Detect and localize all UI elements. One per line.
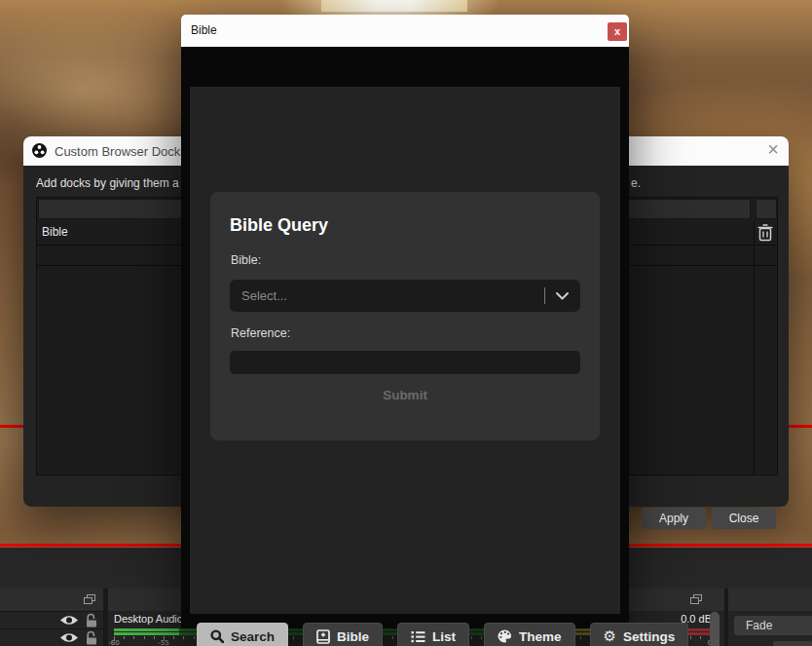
db-scale-label: -60 <box>108 639 119 646</box>
obs-screen: Desktop Audio 0.0 dB -60-55-50-45-40-35-… <box>0 0 812 646</box>
lock-open-icon[interactable] <box>85 630 98 645</box>
bible-query-heading: Bible Query <box>230 215 328 236</box>
submit-button[interactable]: Submit <box>210 388 600 402</box>
select-separator <box>544 287 545 304</box>
bible-window-titlebar[interactable]: Bible x <box>181 15 629 47</box>
db-scale-label: -55 <box>158 639 168 646</box>
dialog-title: Custom Browser Docks <box>55 144 187 159</box>
search-tab-button[interactable]: Search <box>197 623 288 646</box>
bible-toolbar: Search Bible List <box>197 623 688 646</box>
search-icon <box>210 629 224 643</box>
db-tick <box>690 636 691 639</box>
mixer-scrollbar[interactable] <box>710 612 720 646</box>
bible-select-placeholder: Select... <box>241 288 287 303</box>
transition-select[interactable]: Fade <box>734 616 812 635</box>
settings-gear-icon: ⚙ <box>604 629 616 643</box>
dialog-instruction-right: e. <box>631 176 641 190</box>
dialog-instruction-left: Add docks by giving them a nam <box>36 176 204 190</box>
transitions-panel-header <box>728 589 812 611</box>
db-tick <box>173 636 174 639</box>
bible-window-title: Bible <box>191 23 217 37</box>
mixer-source-name: Desktop Audio <box>114 613 183 625</box>
db-tick <box>133 636 134 639</box>
popout-icon[interactable] <box>690 594 703 605</box>
db-tick <box>144 636 145 639</box>
bible-icon <box>316 629 330 644</box>
sources-panel-header <box>0 589 103 611</box>
bible-select-dropdown[interactable]: Select... <box>230 280 580 312</box>
theme-palette-icon <box>498 629 512 643</box>
bible-window: Bible x Bible Query Bible: Select... Ref… <box>181 15 629 628</box>
db-tick <box>183 636 184 639</box>
sources-list <box>0 611 103 646</box>
list-icon <box>411 630 425 643</box>
source-row[interactable] <box>0 611 103 628</box>
column-divider <box>754 220 755 475</box>
dialog-close-icon[interactable]: × <box>767 138 779 161</box>
meter-segment <box>114 632 179 635</box>
bible-query-card: Bible Query Bible: Select... Reference: … <box>210 192 600 440</box>
dock-row-name[interactable]: Bible <box>42 225 68 239</box>
settings-tab-button[interactable]: ⚙ Settings <box>590 623 689 646</box>
db-tick <box>700 636 701 639</box>
reference-input[interactable] <box>230 351 580 374</box>
meter-segment <box>114 628 179 631</box>
scene-sun-glow <box>321 0 467 12</box>
obs-logo-icon <box>32 143 47 158</box>
bible-window-close-button[interactable]: x <box>608 22 627 41</box>
delete-dock-trash-icon[interactable] <box>757 223 774 242</box>
db-tick <box>194 636 195 639</box>
visibility-eye-icon[interactable] <box>59 614 79 627</box>
db-tick <box>154 636 155 639</box>
reference-field-label: Reference: <box>231 326 290 340</box>
apply-button[interactable]: Apply <box>642 508 706 529</box>
theme-tab-button[interactable]: Theme <box>484 623 575 646</box>
new-dock-delete-cell <box>756 199 777 219</box>
close-button[interactable]: Close <box>712 508 776 529</box>
db-tick <box>124 636 125 639</box>
bible-field-label: Bible: <box>231 253 261 267</box>
source-row[interactable] <box>0 628 103 646</box>
list-tab-button[interactable]: List <box>397 623 469 646</box>
popout-icon[interactable] <box>84 594 96 605</box>
transition-duration-field[interactable] <box>773 641 812 646</box>
visibility-eye-icon[interactable] <box>59 631 79 644</box>
bible-tab-button[interactable]: Bible <box>303 623 383 646</box>
lock-open-icon[interactable] <box>85 613 98 627</box>
chevron-down-icon <box>556 292 569 300</box>
bible-window-frame: Bible Query Bible: Select... Reference: … <box>181 47 629 628</box>
